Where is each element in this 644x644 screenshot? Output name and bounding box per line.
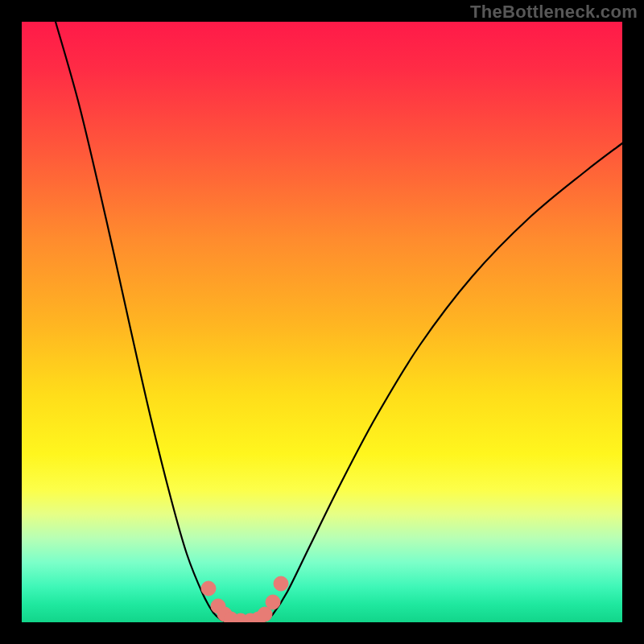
curve-group (56, 22, 622, 622)
chart-frame: TheBottleneck.com (0, 0, 644, 644)
cluster-point (201, 581, 216, 596)
bottleneck-curve (56, 22, 622, 622)
watermark-text: TheBottleneck.com (470, 2, 638, 23)
cluster-point (274, 576, 288, 591)
marker-group (201, 576, 288, 622)
chart-svg (22, 22, 622, 622)
plot-area (22, 22, 622, 622)
cluster-point (266, 595, 280, 609)
